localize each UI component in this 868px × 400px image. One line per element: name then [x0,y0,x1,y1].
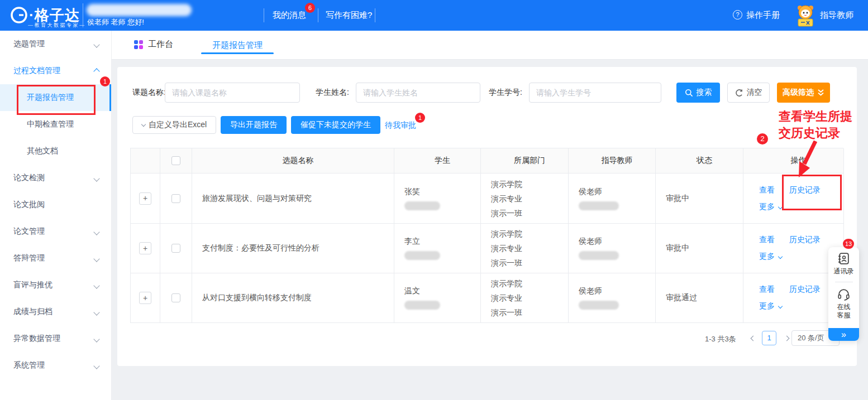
tab-workbench[interactable]: 工作台 [134,39,173,50]
clear-button-label: 清空 [747,88,762,98]
sidebar-item-paper-review[interactable]: 论文批阅 [0,191,111,218]
more-link[interactable]: 更多 [759,301,775,311]
menu-label: 选题管理 [13,39,45,49]
writing-help-link[interactable]: 写作有困难? [326,10,372,21]
top-header: ·格子达 — 教 育 大 数 据 专 家 — 侯老师 老师 您好! 我的消息 6… [0,0,868,31]
sidebar-item-other-docs[interactable]: 其他文档 [0,138,111,165]
dept-college: 演示学院 [491,226,522,241]
my-messages-link[interactable]: 我的消息 [273,10,306,21]
sidebar-item-system-management[interactable]: 系统管理 [0,352,111,379]
history-link[interactable]: 历史记录 [789,285,821,295]
select-all-header [160,148,192,174]
expand-row-button[interactable]: + [139,242,151,254]
pagination-page-1[interactable]: 1 [762,331,776,345]
sidebar-item-paper-detection[interactable]: 论文检测 [0,165,111,191]
advisor-redacted [579,251,619,260]
row-checkbox[interactable] [171,293,180,302]
advisor-name: 侯老师 [579,286,602,296]
pagination-prev-button[interactable] [747,331,759,345]
more-link[interactable]: 更多 [759,202,775,212]
advisor-redacted [579,201,619,210]
status-cell: 审批通过 [656,273,743,323]
process-doc-badge: 1 [100,76,110,86]
username-redacted [87,4,192,16]
export-report-label: 导出开题报告 [230,120,277,130]
col-advisor: 指导教师 [569,148,656,174]
pagination-next-button[interactable] [781,331,792,345]
refresh-icon [735,89,743,97]
tab-bar: 工作台 开题报告管理 [112,31,868,60]
urge-students-button[interactable]: 催促下未提交的学生 [291,116,380,134]
mascot-icon [794,3,817,28]
customer-service-label[interactable]: 在线客服 [836,303,852,320]
student-name: 张笑 [404,187,420,197]
dept-major: 演示专业 [491,191,522,206]
expand-row-button[interactable]: + [139,292,151,304]
contacts-label[interactable]: 通讯录 [833,267,855,276]
menu-label: 异常数据管理 [13,334,60,344]
sidebar-item-midterm-check-management[interactable]: 中期检查管理 [0,111,111,138]
dept-class: 演示一班 [491,305,522,320]
sidebar-item-grades-archive[interactable]: 成绩与归档 [0,298,111,325]
dept-major: 演示专业 [491,291,522,305]
panel-collapse-button[interactable]: » [828,328,859,341]
menu-label: 论文管理 [13,226,45,237]
tab-opening-report-management[interactable]: 开题报告管理 [201,40,274,51]
topic-name-input[interactable] [165,83,300,103]
custom-export-excel-button[interactable]: 自定义导出Excel [132,116,216,134]
floating-side-panel: 通讯录 在线客服 » [828,247,859,341]
sidebar-item-abnormal-data[interactable]: 异常数据管理 [0,325,111,352]
sidebar-item-topic-management[interactable]: 选题管理 [0,31,111,57]
role-label: 指导教师 [820,10,853,21]
menu-label: 过程文档管理 [13,66,60,76]
double-chevron-down-icon [817,89,824,97]
customer-service-icon[interactable] [837,287,851,301]
search-button[interactable]: 搜索 [676,83,720,103]
table-row: + 旅游发展现状、问题与对策研究 张笑 演示学院 演示专业 演示一班 侯老师 审… [131,174,843,224]
sidebar-item-blind-review[interactable]: 盲评与推优 [0,272,111,298]
more-link[interactable]: 更多 [759,252,775,262]
messages-count-badge: 6 [305,3,315,13]
chevron-up-icon [94,66,99,75]
expand-row-button[interactable]: + [139,192,151,205]
row-checkbox[interactable] [171,194,180,203]
workbench-grid-icon [134,40,143,49]
student-id-input[interactable] [529,83,661,103]
col-student: 学生 [394,148,481,174]
pagination-summary: 1-3 共3条 [705,334,736,344]
greeting-text: 侯老师 老师 您好! [87,17,144,27]
manual-link[interactable]: 操作手册 [746,10,780,21]
dept-major: 演示专业 [491,241,522,256]
export-report-button[interactable]: 导出开题报告 [221,116,287,134]
sidebar-item-process-doc-management[interactable]: 过程文档管理 [0,57,111,84]
menu-label: 盲评与推优 [13,280,53,290]
chevron-down-icon [94,281,99,290]
expand-column-header [131,148,160,174]
view-link[interactable]: 查看 [759,235,775,245]
history-link[interactable]: 历史记录 [789,235,821,245]
tab-label: 工作台 [148,39,173,50]
sidebar-item-paper-management[interactable]: 论文管理 [0,218,111,245]
select-all-checkbox[interactable] [171,156,180,165]
menu-label: 论文批阅 [13,200,45,210]
view-link[interactable]: 查看 [759,285,775,295]
page-size-value: 20 条/页 [798,334,824,342]
view-link[interactable]: 查看 [759,185,775,195]
student-name-input[interactable] [356,83,480,103]
advisor-cell: 侯老师 [569,224,656,273]
clear-button[interactable]: 清空 [727,83,770,103]
student-id-redacted [404,301,440,310]
student-cell: 李立 [394,224,481,273]
advisor-redacted [579,301,619,310]
dept-college: 演示学院 [491,276,522,291]
department-cell: 演示学院 演示专业 演示一班 [481,273,569,323]
row-checkbox[interactable] [171,244,180,253]
menu-label: 答辩管理 [13,253,45,263]
pending-approval-link[interactable]: 待我审批 [385,121,416,131]
advanced-filter-button[interactable]: 高级筛选 [777,83,830,103]
export-excel-label: 自定义导出Excel [149,120,207,130]
menu-label: 中期检查管理 [27,119,74,129]
contacts-icon[interactable] [837,252,851,266]
sidebar-item-defense-management[interactable]: 答辩管理 [0,245,111,272]
search-button-label: 搜索 [697,88,712,98]
